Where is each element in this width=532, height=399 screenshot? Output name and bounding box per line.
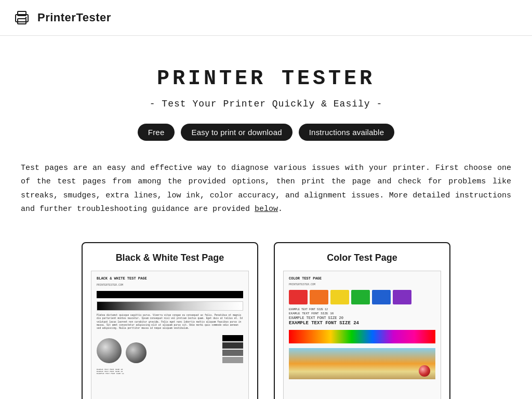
- bw-test-page-card[interactable]: Black & White Test Page BLACK & WHITE TE…: [82, 242, 258, 399]
- badge-instructions: Instructions available: [299, 124, 394, 141]
- bw-circle-large: [97, 338, 122, 363]
- color-preview-title: COLOR TEST PAGE: [289, 276, 435, 281]
- color-card-preview: COLOR TEST PAGE PRINTERTESTER.COM EXAMPL…: [283, 271, 441, 399]
- bw-gray-bar-4: [222, 357, 243, 363]
- color-text-sizes: EXAMPLE TEXT FONT SIZE 12 EXAMLE TEXT FO…: [289, 308, 435, 326]
- swatch-orange: [310, 290, 328, 304]
- swatch-blue: [372, 290, 391, 304]
- color-swatches: [289, 290, 435, 304]
- below-link[interactable]: below: [255, 205, 278, 214]
- swatch-red: [289, 290, 308, 304]
- swatch-purple: [393, 290, 411, 304]
- page-subtitle: - Test Your Printer Quickly & Easily -: [150, 99, 382, 109]
- color-preview-url: PRINTERTESTER.COM: [289, 283, 435, 286]
- swatch-yellow: [330, 290, 349, 304]
- bw-gradient-bar: [97, 301, 243, 311]
- description-text: Test pages are an easy and effective way…: [21, 162, 511, 216]
- bw-card-title: Black & White Test Page: [116, 252, 224, 263]
- bw-card-preview: BLACK & WHITE TEST PAGE PRINTERTESTER.CO…: [91, 271, 249, 399]
- color-rainbow-bar: [289, 330, 435, 343]
- bw-gray-bar-3: [222, 350, 243, 356]
- color-test-page-card[interactable]: Color Test Page COLOR TEST PAGE PRINTERT…: [274, 242, 450, 399]
- color-text-10: EXAMPLE TEXT FONT SIZE 12: [289, 308, 435, 311]
- color-photo-preview: [289, 348, 435, 379]
- color-text-14: EXAMLE TEXT FONT SIZE 16: [289, 312, 435, 315]
- color-photo-circle: [419, 365, 430, 377]
- test-pages-section: Black & White Test Page BLACK & WHITE TE…: [21, 242, 511, 399]
- bw-gray-bar-2: [222, 342, 243, 349]
- bw-small-text: EXAMLE TEXT FONT SIZE 10 EXAMLE TEXT FON…: [97, 368, 243, 375]
- bw-circles-row: [97, 335, 243, 363]
- page-title: PRINTER TESTER: [157, 67, 375, 90]
- color-text-22: EXAMPLE TEXT FONT SIZE 24: [289, 321, 435, 326]
- bw-preview-title: BLACK & WHITE TEST PAGE: [97, 276, 243, 281]
- printer-icon: [12, 8, 31, 27]
- bw-black-bar: [97, 291, 243, 298]
- badge-easy: Easy to print or download: [181, 124, 292, 141]
- site-title: PrinterTester: [37, 11, 111, 24]
- swatch-green: [351, 290, 370, 304]
- badges-container: Free Easy to print or download Instructi…: [138, 124, 394, 141]
- bw-gray-bar-1: [222, 335, 243, 341]
- bw-gray-bars: [222, 335, 243, 363]
- badge-free: Free: [138, 124, 175, 141]
- color-text-18: EXAMPLE TEXT FONT SIZE 20: [289, 316, 435, 320]
- svg-point-3: [25, 17, 27, 19]
- main-content: PRINTER TESTER - Test Your Printer Quick…: [0, 36, 532, 399]
- bw-body-text: Platea dictumst quisque sagittis purus. …: [97, 314, 243, 330]
- description-text-after-link: .: [278, 205, 283, 214]
- bw-preview-url: PRINTERTESTER.COM: [97, 284, 243, 287]
- site-header: PrinterTester: [0, 0, 532, 36]
- color-card-title: Color Test Page: [327, 252, 397, 263]
- bw-circle-medium: [126, 342, 147, 363]
